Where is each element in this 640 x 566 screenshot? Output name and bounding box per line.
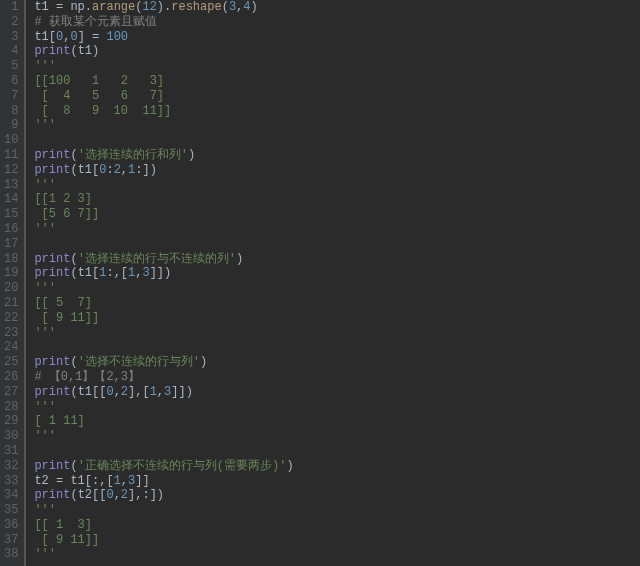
code-line[interactable]: [[ 1 3] (34, 518, 640, 533)
line-number: 3 (4, 30, 18, 45)
line-number: 26 (4, 370, 18, 385)
code-token: ). (157, 0, 171, 14)
code-line[interactable]: # 【0,1】【2,3】 (34, 370, 640, 385)
code-line[interactable]: # 获取某个元素且赋值 (34, 15, 640, 30)
code-line[interactable]: [ 8 9 10 11]] (34, 104, 640, 119)
code-area[interactable]: t1 = np.arange(12).reshape(3,4)# 获取某个元素且… (25, 0, 640, 566)
line-number: 21 (4, 296, 18, 311)
line-number: 17 (4, 237, 18, 252)
code-token: ]] (135, 474, 149, 488)
code-token: 4 (243, 0, 250, 14)
code-line[interactable]: [5 6 7]] (34, 207, 640, 222)
line-number: 13 (4, 178, 18, 193)
code-line[interactable]: ''' (34, 503, 640, 518)
code-token: ) (251, 0, 258, 14)
line-number: 19 (4, 266, 18, 281)
code-token: 2 (121, 488, 128, 502)
code-line[interactable]: ''' (34, 400, 640, 415)
code-line[interactable]: [[100 1 2 3] (34, 74, 640, 89)
code-line[interactable]: print(t1[0:2,1:]) (34, 163, 640, 178)
code-editor[interactable]: 1234567891011121314151617181920212223242… (0, 0, 640, 566)
code-token: [ 4 5 6 7] (34, 89, 164, 103)
code-line[interactable]: ''' (34, 178, 640, 193)
code-token: '选择连续的行与不连续的列' (78, 252, 236, 266)
code-line[interactable]: print(t1[[0,2],[1,3]]) (34, 385, 640, 400)
code-token: '选择连续的行和列' (78, 148, 188, 162)
line-number: 5 (4, 59, 18, 74)
code-line[interactable]: t1 = np.arange(12).reshape(3,4) (34, 0, 640, 15)
line-number: 23 (4, 326, 18, 341)
code-line[interactable]: print(t1) (34, 44, 640, 59)
code-token: ) (286, 459, 293, 473)
code-token: ''' (34, 59, 56, 73)
code-token: ) (92, 44, 99, 58)
code-line[interactable] (34, 444, 640, 459)
code-token: , (114, 385, 121, 399)
code-token: ''' (34, 326, 56, 340)
code-token: ''' (34, 178, 56, 192)
code-token: ) (188, 148, 195, 162)
code-line[interactable]: ''' (34, 222, 640, 237)
code-line[interactable]: ''' (34, 429, 640, 444)
code-line[interactable]: [ 9 11]] (34, 533, 640, 548)
code-token: 2 (121, 385, 128, 399)
code-token: ( (70, 252, 77, 266)
code-token: [[100 1 2 3] (34, 74, 164, 88)
code-token: print (34, 459, 70, 473)
code-line[interactable]: print('选择连续的行和列') (34, 148, 640, 163)
line-number: 11 (4, 148, 18, 163)
code-line[interactable]: ''' (34, 59, 640, 74)
code-line[interactable]: ''' (34, 547, 640, 562)
code-line[interactable]: print('正确选择不连续的行与列(需要两步)') (34, 459, 640, 474)
code-token: 3 (142, 266, 149, 280)
code-token: [ 9 11]] (34, 533, 99, 547)
code-line[interactable]: print('选择不连续的行与列') (34, 355, 640, 370)
code-line[interactable]: [[ 5 7] (34, 296, 640, 311)
code-token: 0 (106, 488, 113, 502)
code-token: , (114, 488, 121, 502)
code-token: . (85, 0, 92, 14)
code-line[interactable]: print('选择连续的行与不连续的列') (34, 252, 640, 267)
code-token: 12 (142, 0, 156, 14)
code-line[interactable] (34, 133, 640, 148)
code-token: ) (236, 252, 243, 266)
line-number: 8 (4, 104, 18, 119)
code-line[interactable]: ''' (34, 326, 640, 341)
code-line[interactable] (34, 237, 640, 252)
code-token: '正确选择不连续的行与列(需要两步)' (78, 459, 287, 473)
code-token: [ 8 9 10 11]] (34, 104, 171, 118)
code-token: [ 9 11]] (34, 311, 99, 325)
line-number: 10 (4, 133, 18, 148)
code-line[interactable]: print(t1[1:,[1,3]]) (34, 266, 640, 281)
code-token: ( (70, 148, 77, 162)
code-line[interactable]: ''' (34, 281, 640, 296)
code-line[interactable]: [ 9 11]] (34, 311, 640, 326)
code-token: = (92, 30, 106, 44)
code-token: ],[ (128, 385, 150, 399)
code-token: ( (70, 459, 77, 473)
code-line[interactable]: ''' (34, 118, 640, 133)
code-line[interactable]: print(t2[[0,2],:]) (34, 488, 640, 503)
code-token: t1 (78, 385, 92, 399)
code-line[interactable]: [ 1 11] (34, 414, 640, 429)
line-number: 14 (4, 192, 18, 207)
code-line[interactable]: [ 4 5 6 7] (34, 89, 640, 104)
code-token: ],:]) (128, 488, 164, 502)
code-line[interactable] (34, 340, 640, 355)
code-line[interactable]: t2 = t1[:,[1,3]] (34, 474, 640, 489)
line-number: 30 (4, 429, 18, 444)
line-number: 16 (4, 222, 18, 237)
code-token: 0 (106, 385, 113, 399)
code-line[interactable]: [[1 2 3] (34, 192, 640, 207)
code-line[interactable]: t1[0,0] = 100 (34, 30, 640, 45)
line-number: 24 (4, 340, 18, 355)
code-token: reshape (171, 0, 221, 14)
code-token: 100 (106, 30, 128, 44)
code-token: print (34, 148, 70, 162)
code-token: , (121, 163, 128, 177)
code-token: ''' (34, 400, 56, 414)
code-token: t1 (78, 163, 92, 177)
code-token: ''' (34, 503, 56, 517)
code-token: print (34, 385, 70, 399)
code-token: :,[ (106, 266, 128, 280)
